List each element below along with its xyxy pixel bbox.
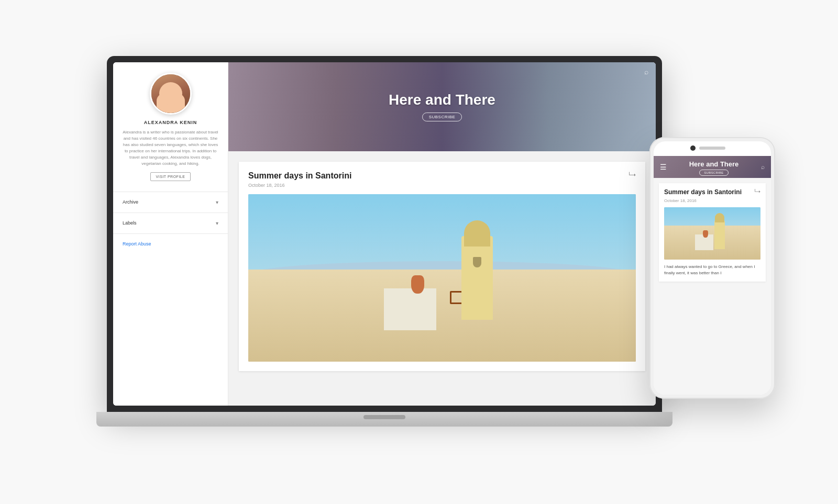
avatar-face [151,74,190,113]
phone-camera [690,145,696,151]
phone-blog-title-area: Here and There SUBSCRIBE [667,158,761,176]
laptop-body: ALEXANDRA KENIN Alexandra is a writer wh… [107,56,662,412]
phone-post-date: October 18, 2016 [664,198,760,203]
sidebar-divider-1 [113,192,228,192]
phone-menu-icon[interactable]: ☰ [660,163,667,171]
santorini-tower-window [473,257,481,267]
phone-post-card: Summer days in Santorini ⮡ October 18, 2… [659,183,766,282]
blog-main: Here and There SUBSCRIBE ⌕ Summer days i… [228,62,656,406]
report-abuse-link[interactable]: Report Abuse [113,236,228,252]
labels-chevron-icon: ▾ [216,220,218,226]
labels-label: Labels [123,220,137,226]
sidebar-archive[interactable]: Archive ▾ [113,194,228,210]
post-image [248,194,636,362]
sidebar-divider-2 [113,212,228,213]
phone: ☰ Here and There SUBSCRIBE ⌕ Summer days… [649,137,775,399]
laptop-screen: ALEXANDRA KENIN Alexandra is a writer wh… [113,62,656,406]
phone-inner: ☰ Here and There SUBSCRIBE ⌕ Summer days… [654,141,771,395]
scene: ALEXANDRA KENIN Alexandra is a writer wh… [0,0,838,504]
blog-header: Here and There SUBSCRIBE ⌕ [228,62,656,151]
phone-header: ☰ Here and There SUBSCRIBE ⌕ [654,156,771,178]
sidebar-labels[interactable]: Labels ▾ [113,215,228,231]
post-card-header: Summer days in Santorini ⮡ [248,171,636,181]
archive-chevron-icon: ▾ [216,199,218,205]
phone-blog-title: Here and There [689,160,739,168]
post-date: October 18, 2016 [248,183,636,188]
author-name: ALEXANDRA KENIN [144,120,197,125]
blog-sidebar: ALEXANDRA KENIN Alexandra is a writer wh… [113,62,228,406]
phone-share-icon[interactable]: ⮡ [754,188,760,196]
phone-santorini-tower [714,220,725,249]
santorini-sky [248,194,636,270]
visit-profile-button[interactable]: VISIT PROFILE [150,172,191,181]
post-card: Summer days in Santorini ⮡ October 18, 2… [239,162,645,371]
phone-post-title: Summer days in Santorini [664,188,751,197]
phone-post-image [664,207,760,260]
archive-label: Archive [123,199,138,205]
phone-search-icon[interactable]: ⌕ [761,163,765,171]
blog-layout: ALEXANDRA KENIN Alexandra is a writer wh… [113,62,656,406]
phone-content: Summer days in Santorini ⮡ October 18, 2… [654,178,771,395]
santorini-pot [411,275,424,294]
avatar [150,73,192,115]
sidebar-divider-3 [113,233,228,234]
share-icon[interactable]: ⮡ [629,171,636,180]
phone-subscribe-button[interactable]: SUBSCRIBE [699,170,728,176]
santorini-tower [461,236,493,320]
author-bio: Alexandra is a writer who is passionate … [113,129,228,167]
santorini-building [384,288,436,330]
phone-post-excerpt: I had always wanted to go to Greece, and… [664,264,760,276]
phone-speaker [699,147,725,150]
phone-post-header: Summer days in Santorini ⮡ [664,188,760,197]
santorini-ground [248,270,636,362]
post-title: Summer days in Santorini [248,171,351,181]
blog-title: Here and There [389,92,495,108]
subscribe-button[interactable]: SUBSCRIBE [422,113,462,121]
search-icon[interactable]: ⌕ [644,68,648,76]
laptop: ALEXANDRA KENIN Alexandra is a writer wh… [96,56,672,449]
laptop-base [96,412,672,427]
phone-santorini-sky [664,207,760,228]
phone-santorini-pot [703,230,708,238]
